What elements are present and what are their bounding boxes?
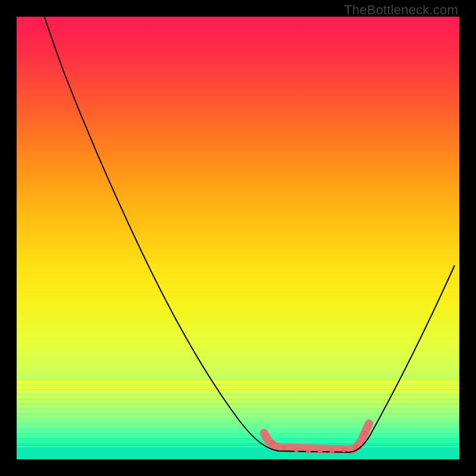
watermark-text: TheBottleneck.com <box>344 2 458 18</box>
svg-point-5 <box>330 449 334 453</box>
svg-point-2 <box>294 447 299 452</box>
svg-point-3 <box>306 449 311 453</box>
bottleneck-curve <box>43 17 455 452</box>
svg-point-4 <box>318 449 322 453</box>
svg-point-6 <box>342 447 346 452</box>
plot-area <box>17 17 459 459</box>
svg-point-8 <box>363 431 368 436</box>
chart-svg <box>17 17 459 459</box>
svg-point-1 <box>282 445 287 450</box>
chart-stage: TheBottleneck.com <box>0 0 476 476</box>
svg-point-0 <box>270 440 275 445</box>
svg-point-7 <box>353 444 358 449</box>
trough-highlight <box>264 424 369 450</box>
